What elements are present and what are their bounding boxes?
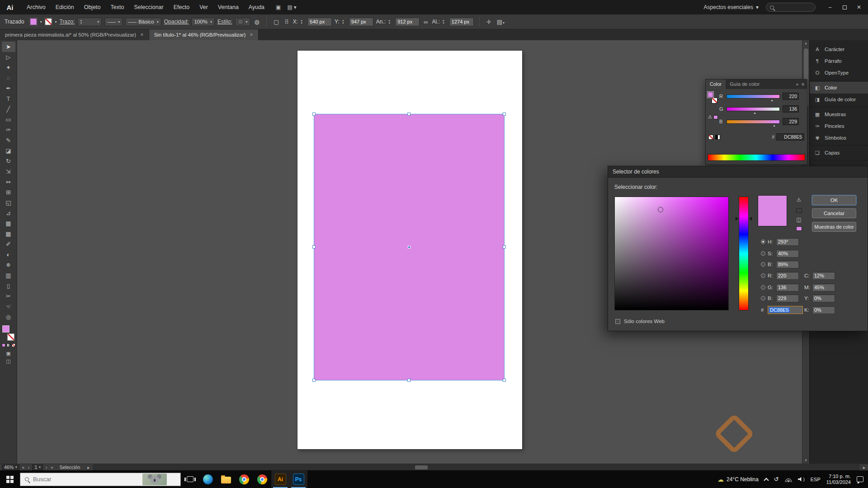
- chevron-down-icon[interactable]: ▾: [55, 20, 57, 24]
- hue-marker-left[interactable]: [736, 217, 738, 221]
- gradient-tool[interactable]: ▩: [2, 229, 15, 239]
- edge-taskbar-button[interactable]: [199, 470, 217, 488]
- ok-button[interactable]: OK: [812, 195, 856, 205]
- previous-page-icon[interactable]: ‹: [27, 465, 30, 470]
- selection-handle[interactable]: [503, 245, 506, 249]
- scale-tool[interactable]: ⇲: [2, 166, 15, 177]
- stroke-swatch[interactable]: [7, 333, 14, 341]
- type-tool[interactable]: T: [2, 94, 15, 104]
- blue-slider[interactable]: ▴: [726, 120, 780, 124]
- yellow-input[interactable]: [812, 295, 835, 302]
- collapse-panel-icon[interactable]: »: [796, 82, 799, 87]
- color-swatches-button[interactable]: Muestras de color: [812, 222, 856, 232]
- column-graph-tool[interactable]: ▥: [2, 270, 15, 281]
- menu-ayuda[interactable]: Ayuda: [244, 0, 269, 14]
- dock-item-opentype[interactable]: OOpenType: [810, 67, 868, 79]
- selected-rectangle[interactable]: [314, 114, 504, 380]
- stroke-weight-stepper[interactable]: ▴▾: [80, 19, 84, 24]
- hex-input[interactable]: DC88E5: [768, 306, 803, 314]
- update-tray-icon[interactable]: ↺: [774, 476, 779, 483]
- menu-ver[interactable]: Ver: [194, 0, 213, 14]
- chevron-down-icon[interactable]: ▾: [40, 20, 42, 24]
- clock[interactable]: 7:10 p. m. 11/03/2024: [826, 474, 851, 485]
- hand-tool[interactable]: ☜: [2, 301, 15, 312]
- menu-seleccionar[interactable]: Seleccionar: [129, 0, 168, 14]
- none-swatch[interactable]: [708, 135, 713, 140]
- width-input[interactable]: [395, 18, 420, 26]
- red-radio[interactable]: [761, 273, 765, 278]
- stroke-swatch[interactable]: [712, 98, 717, 103]
- app-search-box[interactable]: [766, 3, 816, 12]
- dock-item-pinceles[interactable]: ✑Pinceles: [810, 120, 868, 132]
- hue-marker-right[interactable]: [749, 217, 752, 221]
- workspace-switcher-icon[interactable]: ▤▾: [287, 4, 296, 10]
- menu-texto[interactable]: Texto: [106, 0, 129, 14]
- selection-handle[interactable]: [407, 379, 410, 382]
- symbol-sprayer-tool[interactable]: ✵: [2, 260, 15, 270]
- dock-item-parrafo[interactable]: ¶Párrafo: [810, 55, 868, 67]
- constrain-proportions-icon[interactable]: ∞: [422, 19, 429, 25]
- gamut-swatch[interactable]: [796, 208, 802, 213]
- perspective-grid-tool[interactable]: ⊿: [2, 208, 15, 218]
- none-button[interactable]: [12, 343, 15, 347]
- stroke-weight-select[interactable]: ▴▾ ▾: [77, 18, 102, 26]
- magic-wand-tool[interactable]: ✦: [2, 62, 15, 73]
- horizontal-scroll-thumb[interactable]: [415, 465, 428, 469]
- next-page-icon[interactable]: ›: [45, 465, 48, 470]
- black-input[interactable]: [812, 306, 835, 314]
- dock-item-simbolos[interactable]: ✾Símbolos: [810, 132, 868, 144]
- gamut-warning-icon[interactable]: ⚠: [795, 197, 802, 203]
- photoshop-taskbar-button[interactable]: Ps: [289, 470, 307, 488]
- illustrator-taskbar-button[interactable]: Ai: [271, 470, 289, 488]
- restore-button[interactable]: [837, 1, 852, 14]
- menu-ventana[interactable]: Ventana: [213, 0, 244, 14]
- dock-item-color[interactable]: ◧Color: [810, 82, 868, 94]
- fill-swatch[interactable]: [2, 325, 9, 333]
- stroke-color-swatch[interactable]: [45, 18, 52, 25]
- screen-mode-icon[interactable]: ◫: [6, 358, 10, 364]
- tab-guia-de-color[interactable]: Guía de color: [726, 80, 764, 89]
- opacity-select[interactable]: 100% ▾: [191, 18, 214, 26]
- height-input[interactable]: [449, 18, 474, 26]
- center-point-handle[interactable]: [408, 246, 410, 249]
- hue-slider[interactable]: [739, 197, 749, 310]
- rotate-tool[interactable]: ↻: [2, 156, 15, 166]
- slice-tool[interactable]: ✂: [2, 291, 15, 301]
- y-input[interactable]: [349, 18, 373, 26]
- selection-handle[interactable]: [312, 245, 316, 249]
- cyan-input[interactable]: [812, 272, 835, 280]
- width-tool[interactable]: ↭: [2, 177, 15, 187]
- width-stepper[interactable]: ▴▾: [388, 19, 392, 24]
- status-expand-icon[interactable]: ▸: [86, 465, 90, 470]
- document-tab-2[interactable]: Sin título-1* al 46% (RGB/Previsualizar)…: [149, 29, 259, 40]
- green-input[interactable]: [776, 284, 799, 291]
- gamut-swatch[interactable]: [713, 115, 718, 119]
- align-options-icon[interactable]: ⠿: [283, 19, 290, 25]
- magenta-input[interactable]: [812, 284, 835, 291]
- brightness-radio[interactable]: [761, 262, 765, 267]
- rectangle-tool[interactable]: ▭: [2, 114, 15, 125]
- black-white-swatch[interactable]: [715, 135, 720, 140]
- artboard-navigation-select[interactable]: 1▾: [32, 465, 42, 470]
- last-page-icon[interactable]: »: [50, 465, 54, 470]
- gamut-warning-icon[interactable]: ⚠: [708, 114, 712, 119]
- color-button[interactable]: [2, 343, 5, 347]
- network-icon[interactable]: [785, 477, 792, 482]
- pen-tool[interactable]: ✒: [2, 83, 15, 94]
- close-icon[interactable]: ✕: [250, 33, 253, 37]
- saturation-radio[interactable]: [761, 251, 765, 256]
- search-highlight-image[interactable]: [142, 474, 167, 485]
- saturation-brightness-field[interactable]: [614, 197, 729, 310]
- saturation-input[interactable]: [776, 250, 799, 258]
- dock-item-caracter[interactable]: ACarácter: [810, 43, 868, 55]
- hue-input[interactable]: [776, 238, 799, 246]
- width-profile-select[interactable]: —— ▾: [104, 18, 123, 26]
- web-warning-icon[interactable]: ◫: [795, 216, 802, 223]
- color-spectrum-bar[interactable]: [708, 154, 805, 161]
- x-stepper[interactable]: ▴▾: [301, 19, 305, 24]
- web-colors-checkbox[interactable]: [615, 319, 620, 324]
- select-similar-icon[interactable]: ▢: [272, 19, 280, 25]
- y-stepper[interactable]: ▴▾: [342, 19, 346, 24]
- fill-swatch[interactable]: [708, 92, 713, 98]
- dock-item-muestras[interactable]: ▦Muestras: [810, 108, 868, 120]
